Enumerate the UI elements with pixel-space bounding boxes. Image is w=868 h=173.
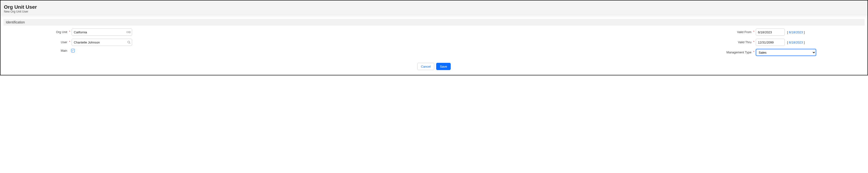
page-title: Org Unit User [4, 4, 864, 10]
bracket-close: ] [803, 30, 805, 34]
label-user: User [8, 41, 69, 44]
field-main: Main ✓ [8, 49, 132, 53]
valid-from-link[interactable]: 6/18/2023 [789, 30, 803, 34]
required-marker: * [69, 30, 70, 33]
app-frame: Org Unit User New Org Unit User Identifi… [0, 0, 868, 75]
lookup-icon[interactable] [126, 31, 131, 34]
svg-point-0 [126, 31, 128, 33]
valid-from-input[interactable] [756, 29, 785, 36]
form-column-right: Valid From * [ 6/18/2023 ] Valid Thru * [692, 29, 816, 56]
required-marker: * [753, 51, 754, 54]
svg-line-5 [129, 43, 130, 43]
required-marker: * [753, 41, 754, 43]
required-marker: * [69, 41, 70, 43]
label-management-type: Management Type [692, 51, 753, 54]
field-valid-thru: Valid Thru * [ 6/18/2023 ] [692, 39, 816, 46]
valid-thru-link[interactable]: 6/18/2023 [789, 41, 803, 44]
page-header: Org Unit User New Org Unit User [0, 1, 868, 15]
valid-thru-input[interactable] [756, 39, 785, 46]
main-checkbox[interactable]: ✓ [71, 49, 75, 53]
search-icon[interactable] [127, 41, 131, 44]
valid-thru-hint: [ 6/18/2023 ] [787, 41, 805, 44]
user-input[interactable] [72, 39, 132, 46]
save-button[interactable]: Save [436, 63, 451, 70]
valid-from-hint: [ 6/18/2023 ] [787, 30, 805, 34]
bracket-close: ] [803, 41, 805, 44]
form-area: Org Unit * [3, 26, 865, 56]
field-management-type: Management Type * Sales [692, 49, 816, 56]
content-area: Identification Org Unit * [0, 17, 868, 73]
label-valid-thru: Valid Thru [692, 41, 753, 44]
label-main: Main [8, 49, 69, 53]
svg-rect-1 [128, 31, 130, 33]
management-type-select[interactable]: Sales [756, 49, 816, 56]
required-marker: * [753, 30, 754, 33]
field-valid-from: Valid From * [ 6/18/2023 ] [692, 29, 816, 36]
page-subtitle: New Org Unit User [4, 10, 864, 13]
field-org-unit: Org Unit * [8, 29, 132, 36]
field-user: User * [8, 39, 132, 46]
section-title-identification: Identification [3, 19, 865, 26]
cancel-button[interactable]: Cancel [417, 63, 434, 70]
org-unit-input[interactable] [72, 29, 132, 36]
form-actions: Cancel Save [3, 63, 865, 70]
label-org-unit: Org Unit [8, 30, 69, 34]
label-valid-from: Valid From [692, 30, 753, 34]
svg-point-4 [128, 41, 130, 43]
form-column-left: Org Unit * [8, 29, 132, 56]
